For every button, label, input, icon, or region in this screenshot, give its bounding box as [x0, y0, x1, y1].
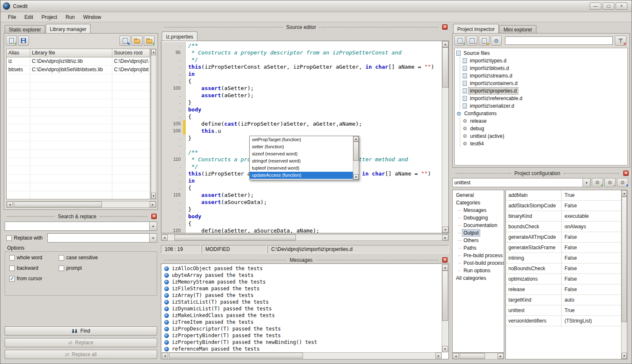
remove-source-button[interactable]: − — [466, 36, 477, 46]
drag-grip[interactable] — [100, 216, 147, 217]
column-header-alias[interactable]: Alias — [7, 49, 30, 57]
menu-item-window[interactable]: Window — [79, 13, 105, 22]
tree-item-unittest-active[interactable]: ⚙unittest (active) — [462, 132, 627, 140]
close-search-panel-button[interactable]: ✕ — [151, 214, 157, 219]
messages-hscrollbar[interactable]: ◄ ► — [162, 352, 442, 359]
checkbox-whole-word[interactable]: whole word — [9, 254, 59, 261]
property-row-inlining[interactable]: inliningFalse — [506, 253, 621, 263]
scroll-up-button[interactable]: ▲ — [442, 264, 448, 271]
category-general[interactable]: General — [453, 191, 504, 199]
completion-vscrollbar[interactable]: ▲ ▼ — [353, 136, 359, 180]
tree-item-import-iz-bitsets-d[interactable]: import\iz\bitsets.d — [462, 65, 627, 72]
scroll-down-button[interactable]: ▼ — [442, 227, 448, 233]
scroll-down-button[interactable]: ▼ — [442, 346, 448, 352]
tree-item-import-iz-types-d[interactable]: import\iz\types.d — [462, 57, 627, 65]
code-editor[interactable]: ./**95 * Constructs a property descripto… — [161, 41, 449, 233]
scroll-thumb[interactable] — [169, 353, 303, 359]
message-item[interactable]: izArray(T) passed the tests — [162, 292, 441, 299]
property-value[interactable]: False — [562, 253, 621, 263]
scroll-thumb[interactable] — [460, 353, 485, 359]
tree-item-debug[interactable]: ⚙debug — [462, 125, 627, 132]
completion-item-setter-function[interactable]: setter (function) — [250, 143, 353, 150]
category-pre-build-process[interactable]: Pre-build process — [453, 252, 504, 259]
code-line[interactable]: ./** — [161, 42, 442, 49]
search-term-value[interactable] — [5, 222, 149, 230]
category-post-build-process[interactable]: Post-build process — [453, 259, 504, 267]
message-item[interactable]: izTreeItem passed the tests — [162, 319, 441, 325]
code-line[interactable]: 95 * Constructs a property descriptor fr… — [161, 49, 442, 56]
tree-item-import-iz-streams-d[interactable]: import\iz\streams.d — [462, 72, 627, 80]
library-table-hscrollbar[interactable]: ◄ ► — [6, 201, 156, 208]
save-libraries-button[interactable] — [18, 36, 29, 46]
property-row-unittest[interactable]: unittestTrue — [506, 305, 621, 316]
message-item[interactable]: ubyteArray passed the tests — [162, 272, 441, 279]
close-messages-panel-button[interactable]: ✕ — [442, 257, 448, 263]
drag-grip[interactable] — [319, 27, 438, 28]
close-configuration-panel-button[interactable]: ✕ — [623, 170, 629, 176]
scroll-track[interactable] — [622, 196, 627, 353]
completion-item-updateaccess-function[interactable]: updateAccess (function) — [250, 172, 353, 179]
property-value[interactable]: False — [562, 232, 621, 242]
category-output[interactable]: Output — [453, 229, 504, 237]
scroll-track[interactable] — [459, 353, 497, 359]
replace-button[interactable]: ⇄Replace — [5, 338, 157, 347]
scroll-down-button[interactable]: ▼ — [622, 353, 627, 359]
scroll-up-button[interactable]: ▲ — [151, 49, 156, 55]
property-value[interactable]: False — [562, 274, 621, 284]
tab-library-manager[interactable]: Library manager — [46, 24, 91, 33]
add-library-button[interactable]: + — [6, 36, 17, 46]
message-item[interactable]: izMakeLinkedClass passed the tests — [162, 312, 441, 319]
drag-grip[interactable] — [564, 173, 619, 174]
close-editor-panel-button[interactable]: ✕ — [442, 24, 448, 30]
tab-static-explorer[interactable]: Static explorer — [5, 25, 45, 33]
drag-grip[interactable] — [164, 260, 286, 261]
scroll-thumb[interactable] — [14, 201, 102, 207]
add-configuration-button[interactable]: ⚙+ — [592, 178, 603, 187]
tab-iz-properties[interactable]: iz.properties — [162, 31, 197, 41]
open-library-file-button[interactable]: ▫ — [132, 36, 142, 46]
completion-item-setproptarget-function[interactable]: setPropTarget (function) — [250, 136, 353, 143]
code-line[interactable]: . assert(aSourceData); — [161, 199, 442, 206]
scroll-left-button[interactable]: ◄ — [7, 201, 13, 207]
scroll-thumb[interactable] — [442, 271, 448, 321]
clone-configuration-button[interactable]: ⚙▾ — [617, 178, 628, 187]
tree-item-import-iz-serializer-d[interactable]: import\iz\serializer.d — [462, 102, 627, 110]
tree-node-source-files[interactable]: Source files — [456, 49, 627, 57]
drag-grip[interactable] — [7, 216, 54, 217]
category-documentation[interactable]: Documentation — [453, 222, 504, 229]
message-item[interactable]: referenceMan passed the tests — [162, 346, 441, 351]
code-line[interactable]: .{ — [161, 77, 442, 85]
close-button[interactable]: × — [616, 3, 627, 10]
scroll-track[interactable] — [168, 353, 435, 359]
project-tools-button[interactable]: ⚙ — [491, 36, 502, 46]
scroll-left-button[interactable]: ◄ — [453, 353, 459, 359]
property-row-targetkind[interactable]: targetKindauto — [506, 295, 621, 305]
property-value[interactable]: False — [562, 263, 621, 274]
property-row-boundscheck[interactable]: boundsCheckonAlways — [506, 222, 621, 232]
replace-with-checkbox[interactable]: Replace with — [6, 235, 43, 241]
find-button[interactable]: Find — [5, 326, 157, 336]
property-row-noboundscheck[interactable]: noBoundsCheckFalse — [506, 263, 621, 274]
configuration-combobox[interactable]: unittest ▼ — [452, 178, 591, 187]
scroll-thumb[interactable] — [622, 196, 627, 322]
scroll-left-button[interactable]: ◄ — [161, 235, 168, 240]
code-line[interactable]: . */ — [161, 56, 442, 63]
code-line[interactable]: 106 this.u — [161, 127, 442, 134]
property-value[interactable]: False — [562, 243, 621, 253]
category-paths[interactable]: Paths — [453, 244, 504, 252]
property-value[interactable]: False — [562, 284, 621, 294]
category-others[interactable]: Others — [453, 237, 504, 244]
code-line[interactable]: .{ — [161, 220, 442, 227]
property-row-addstackstompcode[interactable]: addStackStompCodeFalse — [506, 201, 621, 211]
menu-item-edit[interactable]: Edit — [20, 13, 37, 22]
scroll-track[interactable] — [168, 235, 442, 240]
scroll-up-button[interactable]: ▲ — [442, 41, 448, 47]
property-value[interactable]: auto — [562, 295, 621, 305]
configuration-value[interactable]: unittest — [453, 178, 583, 187]
menu-item-run[interactable]: Run — [61, 13, 79, 22]
scroll-track[interactable] — [353, 142, 359, 174]
code-line[interactable]: .} — [161, 99, 442, 106]
scroll-up-button[interactable]: ▲ — [622, 190, 627, 196]
code-line[interactable]: . assert(aGetter); — [161, 92, 442, 99]
scroll-track[interactable] — [442, 271, 448, 346]
